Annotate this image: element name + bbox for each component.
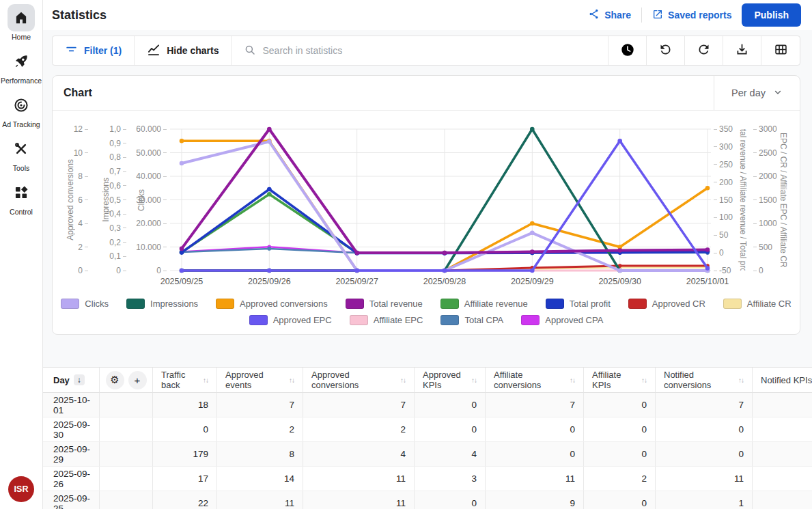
- axis-ticks-impressions: 1,00,90,80,70,60,50,40,30,20,10: [107, 129, 126, 271]
- legend-item[interactable]: Approved CPA: [521, 315, 603, 325]
- legend-item[interactable]: Total CPA: [440, 315, 503, 325]
- column-header[interactable]: Affiliate conversions↑↓: [486, 368, 584, 392]
- add-column-icon[interactable]: +: [128, 371, 147, 389]
- chart-card-header: Chart Per day: [53, 76, 800, 111]
- table-body: 2025-10-01187707072025-09-3002200002025-…: [43, 393, 812, 509]
- legend-item[interactable]: Affiliate revenue: [440, 299, 528, 309]
- publish-button[interactable]: Publish: [742, 3, 801, 27]
- sort-icon[interactable]: ↑↓: [570, 376, 575, 384]
- column-header[interactable]: Approved KPIs↑↓: [415, 368, 486, 392]
- table-view-icon: [774, 42, 788, 59]
- sidebar-item-ad-tracking[interactable]: Ad Tracking: [2, 92, 40, 128]
- value-cell: 0: [656, 442, 753, 466]
- legend-item[interactable]: Impressions: [126, 299, 198, 309]
- column-header[interactable]: Day↓: [43, 368, 100, 392]
- sidebar-item-performance[interactable]: Performance: [1, 48, 42, 85]
- legend-item[interactable]: Approved CR: [628, 299, 705, 309]
- legend-item[interactable]: Total revenue: [346, 299, 423, 309]
- sidebar-item-home[interactable]: Home: [8, 4, 35, 41]
- value-cell: 0: [415, 491, 486, 509]
- sidebar-item-tools[interactable]: Tools: [8, 135, 35, 172]
- legend-item[interactable]: Approved EPC: [249, 315, 332, 325]
- hide-charts-button[interactable]: Hide charts: [135, 36, 232, 65]
- value-cell: 7: [486, 393, 584, 417]
- value-cell: 11: [303, 491, 415, 509]
- control-icon: [8, 179, 35, 206]
- sort-desc-icon[interactable]: ↓: [74, 374, 85, 385]
- value-cell: 0: [656, 417, 753, 441]
- sort-icon[interactable]: ↑↓: [400, 376, 406, 384]
- sidebar-item-control[interactable]: Control: [8, 179, 35, 216]
- legend-item[interactable]: Affiliate EPC: [350, 315, 423, 325]
- table-row[interactable]: 2025-09-300220000: [43, 417, 812, 442]
- search-icon: [244, 44, 256, 58]
- chevron-down-icon: [773, 87, 783, 99]
- table-row[interactable]: 2025-09-29179844000: [43, 442, 812, 467]
- legend-item[interactable]: Affiliate CR: [723, 299, 792, 309]
- column-header[interactable]: Notified conversions↑↓: [656, 368, 753, 392]
- legend-item[interactable]: Approved conversions: [216, 299, 328, 309]
- legend-swatch: [126, 299, 145, 309]
- value-cell: [753, 417, 812, 441]
- value-cell: 0: [415, 393, 486, 417]
- share-button[interactable]: Share: [588, 8, 631, 22]
- divider: [641, 8, 642, 23]
- axis-ticks-epc: 300025002000150010005000: [753, 129, 778, 271]
- saved-reports-button[interactable]: Saved reports: [652, 9, 731, 22]
- search-input[interactable]: [262, 45, 596, 56]
- column-header[interactable]: Notified KPIs↑↓: [753, 368, 812, 392]
- column-header[interactable]: Traffic back↑↓: [153, 368, 217, 392]
- user-avatar[interactable]: ISR: [8, 476, 34, 502]
- value-cell: 8: [217, 442, 303, 466]
- rotate-left-button[interactable]: [647, 36, 685, 65]
- sort-icon[interactable]: ↑↓: [738, 376, 744, 384]
- share-icon: [588, 8, 600, 22]
- chart-card: Chart Per day Approved conversions121086…: [52, 75, 800, 335]
- table-row[interactable]: 2025-10-0118770707: [43, 393, 812, 417]
- sort-icon[interactable]: ↑↓: [289, 376, 294, 384]
- column-header[interactable]: Approved events↑↓: [217, 368, 303, 392]
- sort-icon[interactable]: ↑↓: [471, 376, 477, 384]
- sort-icon[interactable]: ↑↓: [203, 376, 208, 384]
- sort-icon[interactable]: ↑↓: [641, 376, 647, 384]
- legend-swatch: [546, 299, 564, 309]
- value-cell: 11: [656, 467, 753, 491]
- legend-item[interactable]: Clicks: [61, 299, 109, 309]
- axis-ticks-clicks: 60.00050.00040.00030.00020.00010.0000: [137, 129, 167, 271]
- download-icon: [735, 42, 749, 59]
- legend-swatch: [350, 315, 368, 325]
- download-button[interactable]: [723, 36, 761, 65]
- value-cell: 7: [303, 393, 415, 417]
- day-cell: 2025-09-26: [43, 467, 100, 491]
- value-cell: 3: [415, 467, 486, 491]
- value-cell: 2: [303, 417, 415, 441]
- value-cell: 4: [415, 442, 486, 466]
- value-cell: 14: [217, 467, 303, 491]
- plot-area[interactable]: [170, 129, 711, 271]
- table-header-row: Day↓⚙+Traffic back↑↓Approved events↑↓App…: [43, 368, 812, 393]
- tools-icon: [8, 135, 35, 163]
- column-header[interactable]: Affiliate KPIs↑↓: [584, 368, 656, 392]
- value-cell: 0: [584, 491, 656, 509]
- value-cell: [753, 442, 812, 466]
- table-view-button[interactable]: [761, 36, 800, 65]
- refresh-button[interactable]: [685, 36, 723, 65]
- granularity-dropdown[interactable]: Per day: [714, 76, 800, 110]
- value-cell: 7: [656, 393, 753, 417]
- line-chart-icon: [147, 43, 160, 59]
- value-cell: 0: [486, 417, 584, 441]
- table-row[interactable]: 2025-09-252211110901: [43, 491, 812, 509]
- filter-button[interactable]: Filter (1): [53, 36, 135, 65]
- chart-title: Chart: [64, 87, 92, 99]
- value-cell: [753, 491, 812, 509]
- value-cell: 2: [217, 417, 303, 441]
- history-button[interactable]: [608, 36, 647, 65]
- legend-item[interactable]: Total profit: [546, 299, 611, 309]
- gear-icon[interactable]: ⚙: [106, 371, 124, 389]
- table-controls-header: ⚙+: [100, 368, 153, 392]
- table-row[interactable]: 2025-09-26171411311211: [43, 467, 812, 491]
- controls-cell: [100, 393, 153, 417]
- value-cell: 22: [153, 491, 217, 509]
- header-actions: Share Saved reports Publish: [588, 3, 801, 27]
- column-header[interactable]: Approved conversions↑↓: [303, 368, 415, 392]
